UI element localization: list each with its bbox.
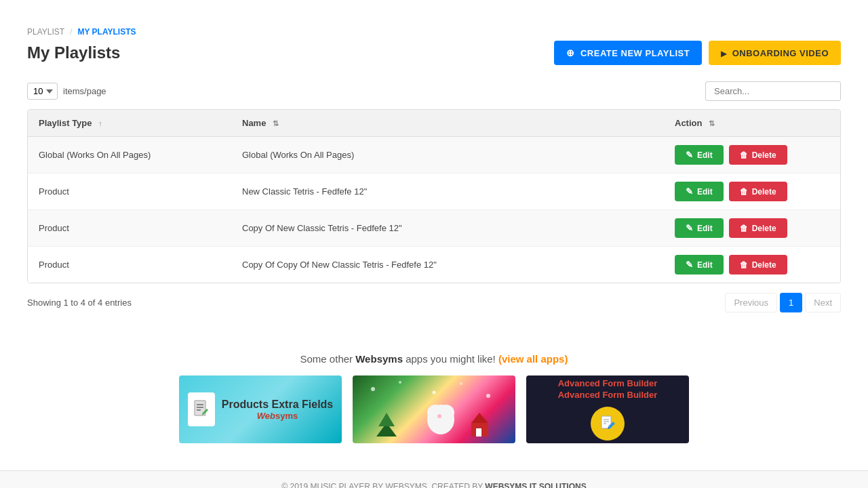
app1-brand: Websyms [222,411,334,421]
cell-name-1: New Classic Tetris - Fedfefe 12" [231,174,664,210]
cell-action-2: ✎ Edit 🗑 Delete [664,210,840,247]
playlists-table-wrapper: Playlist Type ↑ Name Action Global (Wo [27,109,841,283]
col-header-name[interactable]: Name [231,110,664,137]
table-body: Global (Works On All Pages) Global (Work… [28,137,840,283]
previous-page-button[interactable]: Previous [725,293,777,312]
table-row: Global (Works On All Pages) Global (Work… [28,137,840,174]
edit-button-1[interactable]: ✎ Edit [675,182,724,201]
search-input[interactable] [705,81,841,101]
apps-title: Some other Websyms apps you might like! … [27,353,841,365]
items-per-page-label: items/page [63,86,106,96]
items-per-page-control: 10 25 50 items/page [27,83,106,100]
svg-point-7 [460,382,462,385]
sort-icon-name [273,119,279,127]
trash-icon-2: 🗑 [740,224,748,233]
svg-marker-10 [378,413,395,426]
trash-icon-1: 🗑 [740,187,748,197]
view-all-apps-link[interactable]: (view all apps) [498,353,568,365]
breadcrumb: PLAYLIST / MY PLAYLISTS [27,27,841,37]
app1-name: Products Extra Fields [222,398,334,411]
edit-icon-0: ✎ [686,150,693,160]
svg-point-14 [431,406,437,413]
svg-rect-19 [476,428,481,436]
app-card-3[interactable]: Advanced Form Builder Advanced Form Buil… [526,375,689,443]
apps-section: Some other Websyms apps you might like! … [27,340,841,470]
svg-marker-18 [471,413,488,423]
delete-button-0[interactable]: 🗑 Delete [729,145,787,165]
page-title: My Playlists [27,43,120,62]
table-row: Product Copy Of Copy Of New Classic Tetr… [28,247,840,283]
video-icon [721,48,727,58]
edit-button-0[interactable]: ✎ Edit [675,145,724,165]
edit-icon-3: ✎ [686,260,693,270]
svg-point-4 [371,387,375,391]
cell-type-2: Product [28,210,231,247]
pagination-controls: Previous 1 Next [725,293,841,312]
cell-name-2: Copy Of New Classic Tetris - Fedfefe 12" [231,210,664,247]
sort-icon-type: ↑ [98,119,102,127]
svg-point-16 [437,414,441,418]
app-card-2[interactable] [353,375,515,443]
apps-grid: Products Extra Fields Websyms [27,375,841,443]
svg-point-8 [486,394,490,398]
trash-icon-0: 🗑 [740,150,748,160]
cell-action-3: ✎ Edit 🗑 Delete [664,247,840,283]
next-page-button[interactable]: Next [805,293,841,312]
pagination-row: Showing 1 to 4 of 4 entries Previous 1 N… [27,293,841,312]
svg-point-5 [399,381,401,384]
delete-button-1[interactable]: 🗑 Delete [729,182,787,201]
app-card-1[interactable]: Products Extra Fields Websyms [179,375,342,443]
app3-title: Advanced Form Builder Advanced Form Buil… [533,378,682,401]
onboarding-video-button[interactable]: ONBOARDING VIDEO [709,41,841,65]
edit-button-3[interactable]: ✎ Edit [675,255,724,274]
edit-icon-1: ✎ [686,186,693,197]
playlists-table: Playlist Type ↑ Name Action Global (Wo [28,110,840,283]
cell-type-0: Global (Works On All Pages) [28,137,231,174]
cell-name-3: Copy Of Copy Of New Classic Tetris - Fed… [231,247,664,283]
col-header-type[interactable]: Playlist Type ↑ [28,110,231,137]
table-header-row: Playlist Type ↑ Name Action [28,110,840,137]
trash-icon-3: 🗑 [740,260,748,270]
delete-button-3[interactable]: 🗑 Delete [729,255,787,274]
sort-icon-action [709,119,715,127]
footer: © 2019 MUSIC PLAYER BY WEBSYMS. CREATED … [0,470,868,488]
col-header-action[interactable]: Action [664,110,840,137]
page-1-button[interactable]: 1 [780,293,802,312]
cell-type-1: Product [28,174,231,210]
plus-icon [566,47,575,58]
table-row: Product Copy Of New Classic Tetris - Fed… [28,210,840,247]
table-row: Product New Classic Tetris - Fedfefe 12"… [28,174,840,210]
cell-action-0: ✎ Edit 🗑 Delete [664,137,840,174]
create-playlist-button[interactable]: CREATE NEW PLAYLIST [554,41,702,65]
breadcrumb-separator: / [70,27,72,37]
breadcrumb-root: PLAYLIST [27,27,64,37]
svg-point-15 [443,406,450,413]
edit-button-2[interactable]: ✎ Edit [675,218,724,238]
cell-type-3: Product [28,247,231,283]
items-per-page-select[interactable]: 10 25 50 [27,83,58,100]
header-buttons: CREATE NEW PLAYLIST ONBOARDING VIDEO [554,41,841,65]
app1-icon [188,392,215,426]
app3-icon [591,407,625,441]
showing-entries-text: Showing 1 to 4 of 4 entries [27,298,132,308]
cell-action-1: ✎ Edit 🗑 Delete [664,174,840,210]
edit-icon-2: ✎ [686,223,693,233]
controls-row: 10 25 50 items/page [27,81,841,101]
svg-point-6 [433,391,436,394]
breadcrumb-current: MY PLAYLISTS [77,27,136,37]
cell-name-0: Global (Works On All Pages) [231,137,664,174]
delete-button-2[interactable]: 🗑 Delete [729,218,787,238]
